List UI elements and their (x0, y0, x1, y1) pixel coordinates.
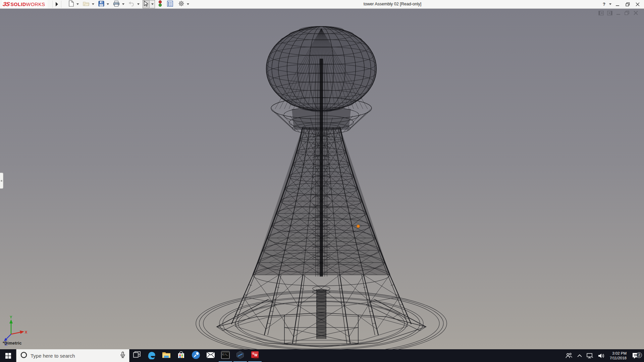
title-bar: ЗS SOLIDWORKS tower Assembly 02 [Read-on… (0, 0, 644, 9)
new-document-caret[interactable] (75, 0, 79, 8)
svg-text:C:\_: C:\_ (222, 353, 228, 356)
panel-expand-tab[interactable] (0, 173, 3, 189)
settings-wrench-taskbar-button[interactable] (189, 349, 203, 362)
minimize-button[interactable] (613, 1, 622, 8)
separator (52, 1, 53, 8)
task-view-icon (133, 351, 141, 360)
solidworks-2017-icon: SW2017 (251, 351, 259, 361)
select-button[interactable] (143, 0, 150, 8)
task-view-taskbar-button[interactable] (129, 349, 144, 362)
system-tray: 3:02 PM 7/11/2018 2 (563, 349, 644, 362)
volume-icon[interactable] (596, 349, 607, 362)
screen: { "window": { "title": "tower Assembly 0… (0, 0, 644, 362)
save-caret[interactable] (106, 0, 110, 8)
undo-icon (128, 1, 135, 8)
print-button[interactable] (112, 0, 121, 8)
notification-badge: 2 (636, 352, 642, 358)
selection-point[interactable] (357, 225, 360, 228)
action-center-button[interactable]: 2 (629, 352, 644, 359)
restore-button[interactable] (623, 1, 632, 8)
open-icon (83, 1, 90, 8)
file-properties-button[interactable] (166, 0, 174, 8)
dock-pane-left-icon[interactable] (598, 10, 604, 15)
print-caret[interactable] (121, 0, 125, 8)
solidworks-logo-glyph: ЗS (2, 1, 10, 8)
edge-icon (147, 351, 156, 361)
search-placeholder: Type here to search (31, 353, 120, 359)
undo-caret[interactable] (136, 0, 140, 8)
chevron-up-icon[interactable] (575, 349, 584, 362)
store-taskbar-button[interactable] (174, 349, 189, 362)
doc-restore-button[interactable] (624, 10, 630, 15)
tower-wireframe-model[interactable]: YX (0, 8, 644, 349)
command-prompt-taskbar-button[interactable]: C:\_ (218, 349, 233, 362)
new-document-button[interactable] (67, 0, 75, 8)
help-button[interactable]: ? (601, 1, 607, 8)
new-document-icon (68, 0, 74, 8)
clock-date: 7/11/2018 (610, 356, 627, 360)
options-icon (178, 0, 184, 8)
view-orientation-label: *Dimetric (3, 341, 22, 346)
clock-time: 3:02 PM (612, 351, 627, 356)
hexagon-app-icon (236, 351, 245, 361)
help-caret[interactable] (608, 3, 612, 5)
settings-wrench-icon (192, 351, 200, 361)
main-toolbar (67, 0, 192, 8)
svg-text:2017: 2017 (253, 357, 259, 359)
open-button[interactable] (82, 0, 91, 8)
mail-taskbar-button[interactable] (203, 349, 218, 362)
microphone-icon[interactable] (120, 352, 126, 360)
print-icon (113, 1, 120, 8)
taskbar: Type here to search C:\_SW2017 3:02 PM 7… (0, 349, 644, 362)
window-title: tower Assembly 02 [Read-only] (342, 0, 443, 8)
doc-close-button[interactable] (633, 10, 639, 15)
start-button[interactable] (0, 349, 16, 362)
file-explorer-icon (162, 351, 171, 360)
solidworks-logo: ЗS SOLIDWORKS (2, 0, 48, 8)
options-caret[interactable] (186, 0, 190, 8)
search-input[interactable]: Type here to search (16, 349, 129, 362)
network-icon[interactable] (584, 349, 596, 362)
file-explorer-taskbar-button[interactable] (159, 349, 174, 362)
save-button[interactable] (97, 0, 105, 8)
command-prompt-icon: C:\_ (221, 351, 230, 360)
document-window-controls (598, 10, 639, 15)
separator (61, 1, 61, 8)
triad-x-label: X (25, 330, 28, 334)
select-caret[interactable] (150, 0, 155, 8)
open-caret[interactable] (91, 0, 95, 8)
options-button[interactable] (177, 0, 185, 8)
cortana-icon (20, 352, 27, 360)
taskbar-apps: C:\_SW2017 (129, 349, 262, 362)
store-icon (177, 351, 185, 360)
people-icon[interactable] (563, 349, 575, 362)
rebuild-button[interactable] (157, 0, 163, 8)
panel-tab-dot (1, 180, 2, 182)
mail-icon (206, 352, 215, 360)
select-icon (144, 1, 149, 8)
viewport-canvas[interactable]: YX *Dimetric (0, 8, 644, 349)
triad-y-label: Y (10, 315, 12, 319)
edge-taskbar-button[interactable] (144, 349, 159, 362)
close-button[interactable] (633, 1, 642, 8)
hexagon-app-taskbar-button[interactable] (233, 349, 248, 362)
solidworks-2017-taskbar-button[interactable]: SW2017 (248, 349, 262, 362)
rebuild-icon (158, 0, 162, 8)
file-properties-icon (167, 1, 173, 8)
save-icon (98, 1, 104, 8)
undo-button[interactable] (127, 0, 136, 8)
doc-minimize-button[interactable] (615, 10, 621, 15)
dock-pane-right-icon[interactable] (607, 10, 612, 15)
toolbar-flyout-arrow[interactable] (54, 1, 60, 7)
svg-text:W: W (254, 353, 258, 357)
window-controls: ? (601, 0, 642, 8)
clock[interactable]: 3:02 PM 7/11/2018 (607, 351, 629, 360)
